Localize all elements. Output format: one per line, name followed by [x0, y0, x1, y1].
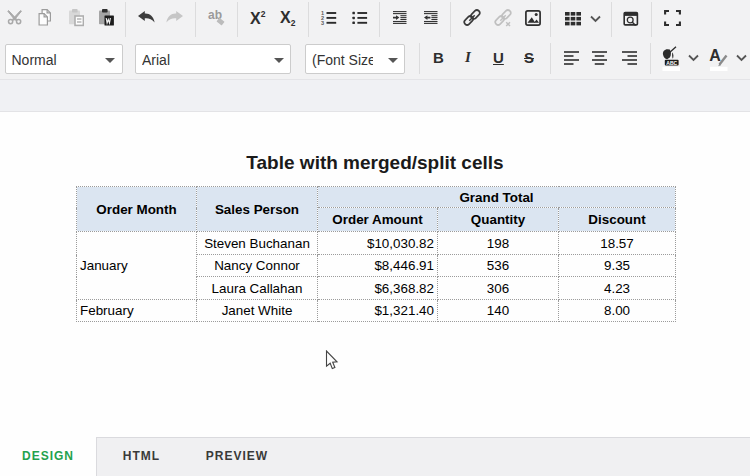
svg-text:A: A — [709, 47, 721, 64]
svg-text:3: 3 — [321, 20, 324, 26]
svg-text:ABC: ABC — [666, 60, 677, 66]
